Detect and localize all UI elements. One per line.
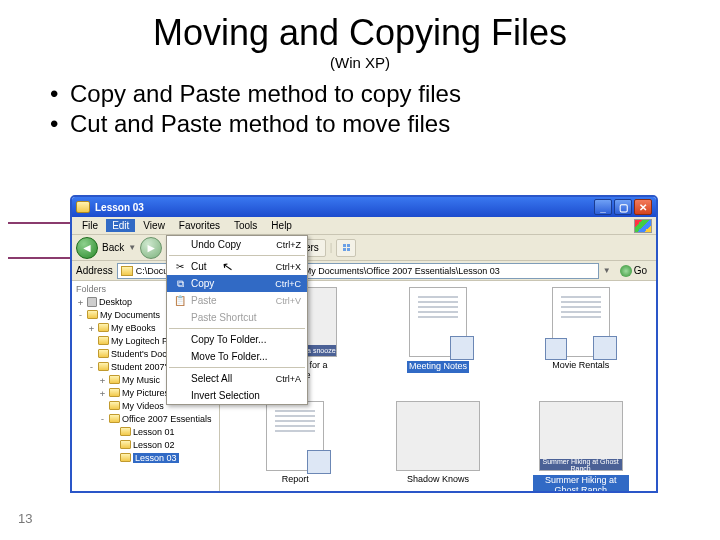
file-item[interactable]: Meeting Notes — [369, 287, 508, 397]
menu-file[interactable]: File — [76, 219, 104, 232]
folder-icon — [98, 323, 109, 332]
tree-item-label: Desktop — [99, 297, 132, 307]
menu-item-icon: ⧉ — [173, 277, 187, 291]
tree-item-label: Lesson 02 — [133, 440, 175, 450]
menu-item-label: Copy — [191, 278, 214, 289]
forward-button[interactable]: ► — [140, 237, 162, 259]
file-label: Report — [282, 475, 309, 485]
menu-item-shortcut: Ctrl+V — [276, 296, 301, 306]
chevron-down-icon[interactable]: ▼ — [128, 243, 136, 252]
tree-twist-icon[interactable]: - — [87, 362, 96, 372]
file-item[interactable]: Report — [226, 401, 365, 493]
file-label: Movie Rentals — [552, 361, 609, 371]
chevron-down-icon[interactable]: ▼ — [603, 266, 611, 275]
tree-item-label: My eBooks — [111, 323, 156, 333]
menu-help[interactable]: Help — [265, 219, 298, 232]
menu-item[interactable]: Undo CopyCtrl+Z — [167, 236, 307, 253]
menu-item-icon — [173, 350, 187, 364]
menu-edit[interactable]: Edit — [106, 219, 135, 232]
file-item[interactable]: Shadow Knows — [369, 401, 508, 493]
slide-bullets: Copy and Paste method to copy files Cut … — [48, 79, 672, 139]
menu-item-icon — [173, 333, 187, 347]
tree-item-label: Lesson 03 — [133, 453, 179, 463]
tree-twist-icon[interactable]: - — [98, 414, 107, 424]
menu-view[interactable]: View — [137, 219, 171, 232]
address-bar: Address C:\Documents and Settings\Studen… — [72, 261, 656, 281]
bullet-item: Copy and Paste method to copy files — [48, 79, 672, 109]
menu-item-label: Invert Selection — [191, 390, 260, 401]
slide: Moving and Copying Files (Win XP) Copy a… — [0, 0, 720, 540]
go-button[interactable]: Go — [615, 264, 652, 278]
file-label: Shadow Knows — [407, 475, 469, 485]
menubar: File Edit View Favorites Tools Help — [72, 217, 656, 235]
menu-item-label: Cut — [191, 261, 207, 272]
file-label: Meeting Notes — [407, 361, 469, 373]
close-button[interactable]: ✕ — [634, 199, 652, 215]
back-button[interactable]: ◄ — [76, 237, 98, 259]
edit-menu-dropdown: Undo CopyCtrl+Z✂CutCtrl+X⧉CopyCtrl+C📋Pas… — [166, 235, 308, 405]
menu-item[interactable]: Select AllCtrl+A — [167, 370, 307, 387]
bullet-item: Cut and Paste method to move files — [48, 109, 672, 139]
file-label: Summer Hiking at Ghost Ranch — [533, 475, 629, 493]
tree-item[interactable]: Lesson 01 — [76, 425, 219, 438]
menu-separator — [169, 367, 305, 368]
menu-separator — [169, 328, 305, 329]
menu-item: Paste Shortcut — [167, 309, 307, 326]
menu-tools[interactable]: Tools — [228, 219, 263, 232]
folder-icon — [87, 310, 98, 319]
folder-icon — [120, 453, 131, 462]
folder-icon — [109, 414, 120, 423]
image-thumbnail: Summer Hiking at Ghost Ranch — [539, 401, 623, 471]
explorer-window: Lesson 03 _ ▢ ✕ File Edit View Favorites… — [70, 195, 658, 493]
tree-item-label: Lesson 01 — [133, 427, 175, 437]
mouse-cursor-icon: ↖ — [221, 258, 234, 275]
desktop-icon — [87, 297, 97, 307]
toolbar: ◄ Back ▼ ► ↑ | Search Folders | — [72, 235, 656, 261]
menu-item-label: Select All — [191, 373, 232, 384]
folder-icon — [120, 427, 131, 436]
folder-icon — [98, 362, 109, 371]
menu-item[interactable]: Invert Selection — [167, 387, 307, 404]
minimize-button[interactable]: _ — [594, 199, 612, 215]
folder-icon — [109, 375, 120, 384]
tree-twist-icon[interactable]: + — [98, 388, 107, 398]
menu-item-shortcut: Ctrl+Z — [276, 240, 301, 250]
tree-twist-icon[interactable]: + — [98, 375, 107, 385]
menu-item[interactable]: Move To Folder... — [167, 348, 307, 365]
tree-twist-icon[interactable]: + — [76, 297, 85, 307]
folder-icon — [121, 266, 133, 276]
tree-item[interactable]: Lesson 02 — [76, 438, 219, 451]
titlebar[interactable]: Lesson 03 _ ▢ ✕ — [72, 197, 656, 217]
menu-item[interactable]: ⧉CopyCtrl+C — [167, 275, 307, 292]
menu-item-label: Undo Copy — [191, 239, 241, 250]
tree-twist-icon[interactable]: + — [87, 323, 96, 333]
tree-item-label: My Videos — [122, 401, 164, 411]
views-icon — [343, 244, 350, 251]
menu-item[interactable]: ✂CutCtrl+X — [167, 258, 307, 275]
document-thumbnail — [552, 287, 610, 357]
menu-favorites[interactable]: Favorites — [173, 219, 226, 232]
menu-item-label: Copy To Folder... — [191, 334, 266, 345]
file-item[interactable]: Movie Rentals — [511, 287, 650, 397]
menu-item-label: Paste Shortcut — [191, 312, 257, 323]
menu-item-icon — [173, 311, 187, 325]
menu-separator — [169, 255, 305, 256]
menu-item: 📋PasteCtrl+V — [167, 292, 307, 309]
tree-twist-icon[interactable]: - — [76, 310, 85, 320]
views-button[interactable] — [336, 239, 356, 257]
document-thumbnail — [409, 287, 467, 357]
slide-subtitle: (Win XP) — [30, 54, 690, 71]
back-label: Back — [102, 242, 124, 253]
tree-item-label: My Music — [122, 375, 160, 385]
maximize-button[interactable]: ▢ — [614, 199, 632, 215]
tree-item[interactable]: -Office 2007 Essentials — [76, 412, 219, 425]
windows-logo-icon — [634, 219, 652, 233]
menu-item[interactable]: Copy To Folder... — [167, 331, 307, 348]
tree-item[interactable]: Lesson 03 — [76, 451, 219, 464]
tree-item-label: Office 2007 Essentials — [122, 414, 211, 424]
file-item[interactable]: Summer Hiking at Ghost RanchSummer Hikin… — [511, 401, 650, 493]
menu-item-label: Paste — [191, 295, 217, 306]
page-number: 13 — [18, 511, 32, 526]
folder-icon — [98, 336, 109, 345]
folder-icon — [109, 401, 120, 410]
